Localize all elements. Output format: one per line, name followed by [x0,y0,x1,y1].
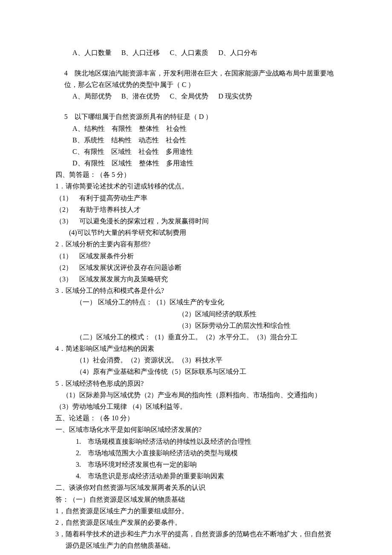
option-b: B、系统性 结构性 动态性 社会性 [55,134,337,146]
s4-q4-b: （4）原有产业基础和产业传统（5）区际联系与区域分工 [55,366,337,377]
option-d: D、人口分布 [218,47,257,58]
s5-q1-c: 3. 市场环境对经济发展也有一定的影响 [55,459,337,470]
s5-q2-c: 3，随着科学技术的进步和生产力水平的提高，自然资源多的范畴也在不断地扩大，但自然… [66,528,337,551]
s4-q1: 1．请你简要论述技术的引进或转移的优点。 （1） 有利于提高劳动生产率 （2） … [55,180,337,238]
s4-q2-a: （1） 区域发展条件分析 [55,250,337,262]
s4-q3-p4: （二）区域分工的模式：（1）垂直分工。（2）水平分工。（3）混合分工 [55,331,337,343]
section-5-title: 五、论述题：（各 10 分） [55,412,337,424]
question-5: 5 以下哪组属于自然资源所具有的特征是（ D ） A、结构性 有限性 整体性 社… [55,111,337,169]
s4-q3: 3．区域分工的特点和模式各是什么? （一） 区域分工的特点：（1）区域生产的专业… [55,285,337,343]
s4-q1-text: 1．请你简要论述技术的引进或转移的优点。 [55,180,337,192]
option-a: A、结构性 有限性 整体性 社会性 [55,123,337,134]
s4-q3-text: 3．区域分工的特点和模式各是什么? [55,285,337,296]
question-4-text: 4 陕北地区煤油汽能资源丰富，开发利用潜在巨大，在国家能源产业战略布局中居重要地… [55,67,337,90]
s5-q1-a: 1. 市场规模直接影响经济活动的持续性以及经济的合理性 [55,436,337,447]
option-d: D、有限性 区域性 整体性 多用途性 [55,157,337,169]
prev-question-options: A、人口数量 B、人口迁移 C、人口素质 D、人口分布 [55,47,337,58]
s4-q2-c: （3） 区域发展发展方向及策略研究 [55,273,337,285]
s5-q1-d: 4. 市场意识是形成经济活动差异的重要影响因素 [55,470,337,482]
s4-q3-p2: （2）区域间经济的联系性 [55,308,337,320]
s4-q2-b: （2） 区域发展状况评价及存在问题诊断 [55,262,337,273]
s5-q1: 一、区域市场化水平是如何影响区域经济发展的? 1. 市场规模直接影响经济活动的持… [55,424,337,482]
s5-q1-text: 一、区域市场化水平是如何影响区域经济发展的? [55,424,337,435]
s5-q2-ans: 答：（一）自然资源是区域发展的物质基础 [55,494,337,505]
option-b: B、人口迁移 [121,47,160,58]
option-d: D 现实优势 [218,90,252,102]
s4-q1-b: （2） 有助于培养科技人才 [55,204,337,215]
question-4-options: A、局部优势 B、潜在优势 C、全局优势 D 现实优势 [55,90,337,102]
s4-q3-p1: （一） 区域分工的特点：（1）区域生产的专业化 [55,296,337,308]
s4-q5-text: 5．区域经济特色形成的原因? [55,378,337,389]
s4-q5-b: （3）劳动地域分工规律 （4）区域利益等。 [55,401,337,412]
option-b: B、潜在优势 [121,90,160,102]
s4-q2-text: 2．区域分析的主要内容有那些? [55,238,337,250]
option-a: A、局部优势 [72,90,112,102]
s4-q1-a: （1） 有利于提高劳动生产率 [55,192,337,204]
s5-q2-text: 二、谈谈你对自然资源与区域发展两者关系的认识 [55,482,337,493]
option-c: C、有限性 区域性 社会性 多用途性 [55,146,337,157]
s4-q5-a: （1）区际差异与区域优势（2）产业布局的指向性（原料指向、市场指向、交通指向） [55,389,337,401]
section-4-title: 四、简答题：（各 5 分） [55,169,337,180]
s5-q2-a: 1，自然资源是区域生产力的重要组成部分。 [55,505,337,517]
option-c: C、人口素质 [170,47,209,58]
s5-q1-b: 2. 市场地域范围大小直接影响经济活动的类型与规模 [55,447,337,459]
s4-q4-text: 4．简述影响区域产业结构的因素 [55,343,337,354]
s4-q4: 4．简述影响区域产业结构的因素 （1）社会消费。（2）资源状况。（3）科技水平 … [55,343,337,378]
s5-q2-b: 2，自然资源是区域生产发展的必要条件。 [55,517,337,528]
s4-q1-d: (4)可以节约大量的科学研究和试制费用 [55,227,337,238]
question-4: 4 陕北地区煤油汽能资源丰富，开发利用潜在巨大，在国家能源产业战略布局中居重要地… [55,67,337,102]
s4-q3-p3: （3）区际劳动分工的层次性和综合性 [55,320,337,331]
s4-q5: 5．区域经济特色形成的原因? （1）区际差异与区域优势（2）产业布局的指向性（原… [55,378,337,413]
option-a: A、人口数量 [72,47,112,58]
s4-q1-c: （3） 可以避免漫长的探索过程，为发展赢得时间 [55,215,337,227]
option-c: C、全局优势 [170,90,209,102]
s4-q4-a: （1）社会消费。（2）资源状况。（3）科技水平 [55,354,337,366]
question-5-text: 5 以下哪组属于自然资源所具有的特征是（ D ） [55,111,337,122]
s5-q2: 二、谈谈你对自然资源与区域发展两者关系的认识 答：（一）自然资源是区域发展的物质… [55,482,337,551]
s4-q2: 2．区域分析的主要内容有那些? （1） 区域发展条件分析 （2） 区域发展状况评… [55,238,337,285]
